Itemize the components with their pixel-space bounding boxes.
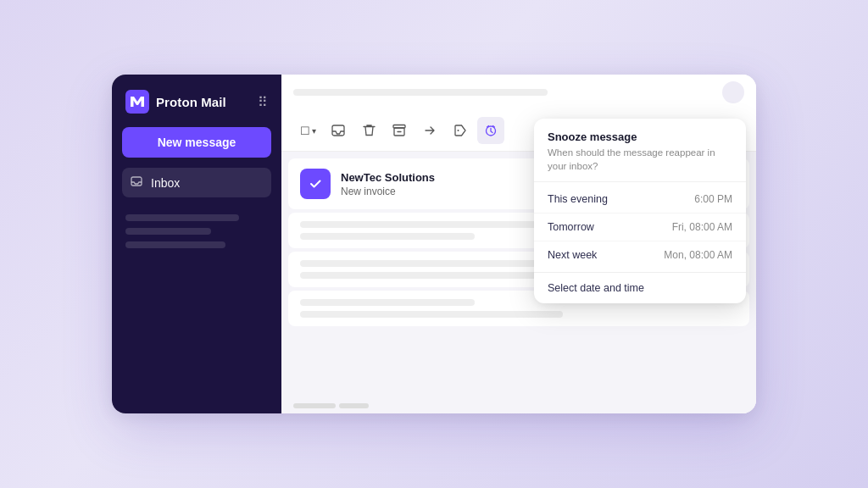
- delete-button[interactable]: [355, 117, 382, 144]
- checkbox-icon: ☐: [300, 125, 310, 137]
- dropdown-arrow-icon: ▾: [312, 126, 316, 136]
- grid-icon[interactable]: ⠿: [258, 94, 268, 110]
- app-window: Proton Mail ⠿ New message Inbox: [112, 75, 756, 413]
- move-to-inbox-button[interactable]: [325, 117, 352, 144]
- sidebar-item-inbox[interactable]: Inbox: [122, 168, 271, 197]
- snooze-popup: Snooze message When should the message r…: [534, 119, 746, 303]
- label-icon: [453, 124, 467, 137]
- snooze-option-next-week[interactable]: Next week Mon, 08:00 AM: [534, 241, 746, 269]
- svg-point-5: [458, 130, 459, 131]
- snooze-options: This evening 6:00 PM Tomorrow Fri, 08:00…: [534, 182, 746, 272]
- top-bar: [281, 75, 756, 110]
- move-inbox-icon: [331, 124, 345, 137]
- archive-icon: [392, 124, 406, 137]
- sidebar-pill-2: [125, 228, 211, 235]
- sidebar-placeholder-pills: [122, 214, 271, 248]
- clock-icon: [484, 124, 498, 137]
- bottom-pill-2: [339, 403, 369, 408]
- snooze-option-label: This evening: [548, 193, 608, 205]
- snooze-header: Snooze message When should the message r…: [534, 119, 746, 182]
- bottom-bar: [281, 398, 756, 413]
- snooze-option-label: Next week: [548, 249, 597, 261]
- checkmark-icon: [309, 177, 322, 191]
- snooze-select-date-button[interactable]: Select date and time: [534, 272, 746, 303]
- snooze-button[interactable]: [477, 117, 504, 144]
- placeholder-line: [300, 221, 563, 228]
- email-avatar: [300, 169, 331, 199]
- snooze-option-label: Tomorrow: [548, 221, 594, 233]
- move-icon: [423, 124, 437, 137]
- avatar-circle: [722, 81, 744, 103]
- sidebar: Proton Mail ⠿ New message Inbox: [112, 75, 281, 413]
- label-button[interactable]: [447, 117, 474, 144]
- proton-logo-icon: [125, 90, 149, 114]
- main-content: ☐ ▾: [281, 75, 756, 413]
- trash-icon: [363, 124, 376, 137]
- sidebar-nav: Inbox: [122, 168, 271, 197]
- snooze-option-time: Mon, 08:00 AM: [664, 249, 732, 261]
- inbox-icon: [131, 175, 142, 190]
- placeholder-line: [300, 272, 563, 279]
- snooze-subtitle: When should the message reappear in your…: [548, 146, 732, 173]
- sidebar-pill-3: [125, 241, 225, 248]
- snooze-option-tomorrow[interactable]: Tomorrow Fri, 08:00 AM: [534, 214, 746, 241]
- placeholder-line: [300, 311, 563, 318]
- placeholder-line: [300, 299, 475, 306]
- snooze-option-time: 6:00 PM: [694, 193, 732, 205]
- select-dropdown-button[interactable]: ☐ ▾: [295, 117, 321, 144]
- archive-button[interactable]: [386, 117, 413, 144]
- sidebar-header: Proton Mail ⠿: [122, 90, 271, 114]
- logo-area: Proton Mail: [125, 90, 226, 114]
- search-bar-placeholder: [293, 89, 548, 96]
- move-button[interactable]: [416, 117, 443, 144]
- bottom-pill-1: [293, 403, 336, 408]
- snooze-option-time: Fri, 08:00 AM: [672, 221, 732, 233]
- app-name: Proton Mail: [156, 95, 226, 109]
- sidebar-pill-1: [125, 214, 239, 221]
- inbox-label: Inbox: [151, 176, 180, 190]
- new-message-button[interactable]: New message: [122, 127, 271, 158]
- placeholder-line: [300, 233, 475, 240]
- snooze-title: Snooze message: [548, 130, 732, 143]
- snooze-option-this-evening[interactable]: This evening 6:00 PM: [534, 186, 746, 214]
